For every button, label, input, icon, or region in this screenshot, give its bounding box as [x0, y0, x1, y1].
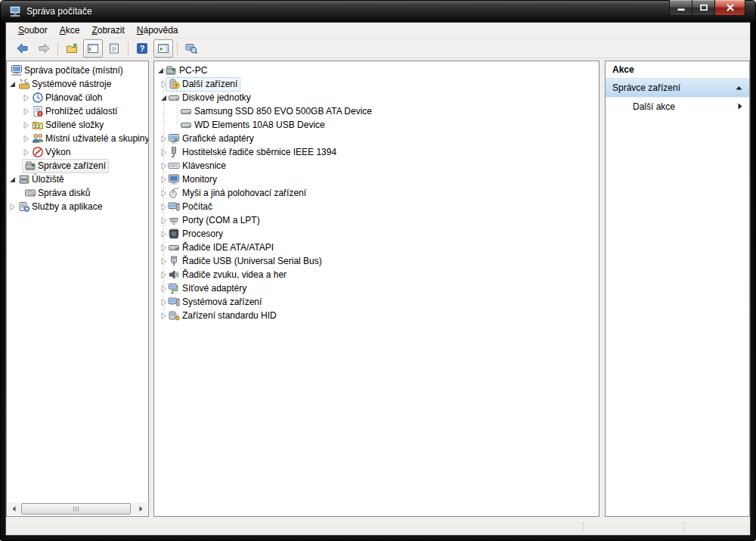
tree-item-sitove-adaptery[interactable]: Síťové adaptéry [154, 281, 599, 295]
tree-node[interactable]: Plánovač úloh [29, 91, 105, 105]
actions-pane: Akce Správce zařízení Další akce [605, 61, 750, 517]
tree-node[interactable]: Porty (COM a LPT) [166, 213, 263, 228]
tree-item-uloziste[interactable]: Úložiště [7, 173, 148, 186]
tree-item-pocitac[interactable]: Počítač [154, 200, 599, 213]
scroll-right-button[interactable] [135, 502, 147, 515]
minimize-button[interactable] [669, 0, 692, 16]
tree-item-sluzby-a-aplikace[interactable]: Služby a aplikace [7, 200, 148, 213]
ports-icon [168, 214, 180, 226]
tree-node[interactable]: Prohlížeč událostí [29, 104, 120, 119]
tree-node[interactable]: PC-PC [163, 64, 210, 78]
tree-node[interactable]: Řadiče zvuku, videa a her [166, 268, 290, 282]
tree-item-prohlizec-udalosti[interactable]: Prohlížeč událostí [7, 104, 148, 118]
tree-node[interactable]: Systémové nástroje [16, 77, 114, 92]
scan-hardware-button[interactable] [181, 39, 201, 58]
tree-item-zarizeni-standardu-hid[interactable]: Zařízení standardu HID [154, 309, 599, 322]
tree-item-radice-zvuku-videa-a-her[interactable]: Řadiče zvuku, videa a her [154, 268, 599, 281]
scroll-left-button[interactable] [8, 502, 20, 515]
tree-node[interactable]: Řadiče USB (Universal Serial Bus) [166, 254, 325, 269]
tree-item-radice-usb-universal-serial-bus[interactable]: Řadiče USB (Universal Serial Bus) [154, 254, 599, 268]
console-tree-toggle-button[interactable] [83, 39, 103, 58]
up-level-button[interactable] [62, 39, 82, 58]
tree-node[interactable]: Úložiště [16, 173, 67, 187]
tree-node[interactable]: Diskové jednotky [166, 91, 254, 105]
tree-node[interactable]: Systémová zařízení [166, 295, 265, 309]
tree-node[interactable]: Řadiče IDE ATA/ATAPI [166, 241, 277, 255]
scrollbar-track[interactable] [20, 502, 135, 515]
tree-item-sdilene-slozky[interactable]: Sdílené složky [7, 118, 148, 132]
tree-item-planovac-uloh[interactable]: Plánovač úloh [7, 91, 148, 104]
tree-node[interactable]: Správa počítače (místní) [8, 64, 126, 78]
tree-item-sprava-disku[interactable]: Správa disků [7, 186, 148, 200]
chevron-up-icon[interactable] [736, 82, 742, 93]
disk-management-icon [24, 187, 36, 199]
tree-node[interactable]: Zařízení standardu HID [166, 309, 280, 323]
help-button[interactable]: ? [132, 39, 152, 58]
tree-node[interactable]: WD Elements 10A8 USB Device [178, 118, 328, 132]
tree-item-label: Klávesnice [182, 160, 226, 171]
tree-item-monitory[interactable]: Monitory [154, 173, 599, 186]
actions-section-device-manager[interactable]: Správce zařízení [606, 79, 749, 98]
tree-item-label: PC-PC [179, 65, 207, 76]
tree-item-label: Řadiče zvuku, videa a her [182, 269, 287, 280]
tree-item-mysi-a-jina-polohovaci-zarizeni[interactable]: Myši a jiná polohovací zařízení [154, 186, 599, 200]
action-pane-toggle-button[interactable] [153, 39, 173, 58]
tree-item-label: Prohlížeč událostí [45, 106, 117, 117]
tree-item-label: WD Elements 10A8 USB Device [194, 120, 325, 130]
tree-node[interactable]: Hostitelské řadiče sběrnice IEEE 1394 [166, 145, 339, 160]
tree-node[interactable]: Služby a aplikace [16, 200, 105, 214]
tree-item-systemova-zarizeni[interactable]: Systémová zařízení [154, 295, 599, 309]
close-button[interactable] [715, 0, 745, 16]
tree-node[interactable]: Myši a jiná polohovací zařízení [166, 186, 309, 201]
ieee1394-icon [168, 146, 180, 158]
menu-item[interactable]: Nápověda [131, 23, 184, 38]
tree-node[interactable]: Správce zařízení [22, 159, 109, 173]
tree-item-pc-pc[interactable]: PC-PC [154, 64, 599, 77]
titlebar[interactable]: Správa počítače [0, 0, 756, 23]
tree-item-procesory[interactable]: Procesory [154, 227, 599, 241]
tree-item-sprava-pocitace-mistni[interactable]: Správa počítače (místní) [7, 64, 148, 77]
back-button[interactable] [13, 39, 33, 58]
tree-node[interactable]: Monitory [166, 173, 220, 187]
tree-node[interactable]: Grafické adaptéry [166, 132, 257, 146]
menu-item[interactable]: Akce [54, 23, 86, 38]
tree-node[interactable]: Klávesnice [166, 159, 229, 173]
tree-node[interactable]: Místní uživatelé a skupiny [29, 132, 148, 146]
forward-button[interactable] [34, 39, 54, 58]
more-actions-item[interactable]: Další akce [606, 98, 749, 115]
tree-item-label: Místní uživatelé a skupiny [45, 133, 148, 144]
tree-node[interactable]: Správa disků [22, 186, 93, 201]
menu-item[interactable]: Soubor [12, 23, 54, 38]
tree-item-wd-elements-10a8-usb-device[interactable]: WD Elements 10A8 USB Device [154, 118, 599, 132]
tree-node[interactable]: Samsung SSD 850 EVO 500GB ATA Device [178, 104, 375, 119]
properties-button[interactable] [104, 39, 124, 58]
menu-item[interactable]: Zobrazit [85, 23, 130, 38]
tree-item-radice-ide-ata-atapi[interactable]: Řadiče IDE ATA/ATAPI [154, 241, 599, 254]
forward-icon [36, 42, 51, 54]
tree-node[interactable]: Výkon [29, 145, 73, 160]
tree-item-spravce-zarizeni[interactable]: Správce zařízení [7, 159, 148, 173]
tree-item-label: Síťové adaptéry [182, 283, 246, 294]
svg-text:?: ? [174, 82, 178, 89]
tree-item-vykon[interactable]: Výkon [7, 145, 148, 159]
horizontal-scrollbar[interactable] [8, 502, 147, 515]
tree-node[interactable]: Síťové adaptéry [166, 281, 249, 296]
tree-item-systemove-nastroje[interactable]: Systémové nástroje [7, 77, 148, 91]
tree-item-label: Správa disků [38, 188, 90, 198]
tree-item-samsung-ssd-850-evo-500gb-ata-device[interactable]: Samsung SSD 850 EVO 500GB ATA Device [154, 104, 599, 118]
tree-item-mistni-uzivatele-a-skupiny[interactable]: Místní uživatelé a skupiny [7, 132, 148, 145]
tree-node[interactable]: Počítač [166, 200, 215, 214]
maximize-button[interactable] [692, 0, 715, 16]
tree-node[interactable]: Procesory [166, 227, 226, 241]
tree-item-porty-com-a-lpt[interactable]: Porty (COM a LPT) [154, 213, 599, 227]
computer-management-app-icon [8, 5, 22, 17]
tree-node[interactable]: Sdílené složky [29, 118, 107, 132]
tree-item-hostitelske-radice-sbernice-ieee-1394[interactable]: Hostitelské řadiče sběrnice IEEE 1394 [154, 145, 599, 159]
tree-node[interactable]: ?Další zařízení [166, 77, 240, 92]
tree-item-diskove-jednotky[interactable]: Diskové jednotky [154, 91, 599, 104]
menu-bar: SouborAkceZobrazitNápověda [6, 23, 750, 39]
tree-item-klavesnice[interactable]: Klávesnice [154, 159, 599, 173]
tree-item-dalsi-zarizeni[interactable]: ?Další zařízení [154, 77, 599, 91]
scrollbar-thumb[interactable] [21, 503, 131, 515]
tree-item-graficke-adaptery[interactable]: Grafické adaptéry [154, 132, 599, 145]
